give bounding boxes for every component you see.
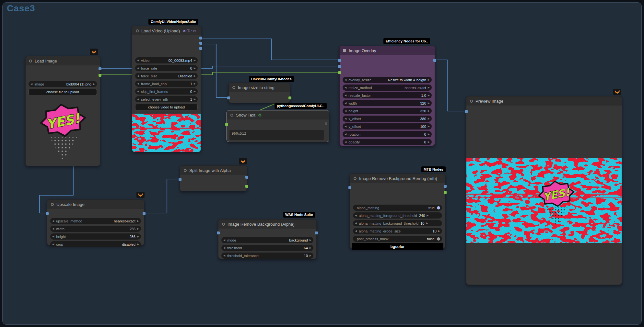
widget-alpha-matting-background-threshold[interactable]: ◀ alpha_matting_background_threshold 10 … [353,220,442,226]
decrement-arrow-icon[interactable]: ◀ [30,83,32,85]
image-output-slot[interactable] [99,67,101,70]
image-input-slot[interactable] [179,178,181,181]
widget-skip-first-frames[interactable]: ◀ skip_first_frames 0 ▶ [135,88,198,95]
node-image-remove-background-alpha[interactable]: Image Remove Background (Alpha) ◀ mode b… [218,219,317,259]
node-image-size-to-string[interactable]: Image size to string [228,83,290,103]
node-upscale-image[interactable]: Upscale Image ◀ upscale_method nearest-e… [47,199,144,245]
image-input-slot[interactable] [227,96,230,99]
increment-arrow-icon[interactable]: ▶ [194,75,196,77]
mask-output-slot[interactable] [99,74,101,77]
collapse-dot-icon[interactable] [232,86,235,89]
widget-mode[interactable]: ◀ mode background ▶ [221,237,313,243]
collapse-dot-icon[interactable] [184,169,187,172]
image-output-slot[interactable] [444,185,447,188]
image-input-slot[interactable] [348,186,351,189]
node-load-video[interactable]: Load Video (Upload) ☻ⓘ◔⊘ ◀ video 00_0005… [132,26,201,152]
widget-force-size[interactable]: ◀ force_size Disabled ▶ [135,73,198,79]
collapse-dot-icon[interactable] [230,114,233,117]
optional-mask-input-slot[interactable] [338,71,341,74]
decrement-arrow-icon[interactable]: ◀ [137,67,139,70]
node-image-remove-background-rembg[interactable]: Image Remove Background Rembg (mtb) alph… [350,174,445,249]
decrement-arrow-icon[interactable]: ◀ [345,94,346,97]
increment-arrow-icon[interactable]: ▶ [427,214,428,217]
decrement-arrow-icon[interactable]: ◀ [137,90,139,93]
decrement-arrow-icon[interactable]: ◀ [223,239,225,242]
widget-width[interactable]: ◀ width 256 ▶ [50,226,141,232]
collapse-dot-icon[interactable] [29,60,32,62]
decrement-arrow-icon[interactable]: ◀ [345,118,346,120]
widget-x-offset[interactable]: ◀ x_offset 380 ▶ [343,116,432,122]
decrement-arrow-icon[interactable]: ◀ [345,86,346,89]
collapse-dot-icon[interactable] [470,100,473,103]
decrement-arrow-icon[interactable]: ◀ [137,59,139,62]
increment-arrow-icon[interactable]: ▶ [310,247,311,249]
increment-arrow-icon[interactable]: ▶ [428,86,430,89]
image-output-slot[interactable] [315,231,318,234]
increment-arrow-icon[interactable]: ▶ [426,222,428,225]
increment-arrow-icon[interactable]: ▶ [137,220,139,222]
widget-image[interactable]: ◀ image blob004 (1).png ▶ [29,81,97,87]
widget-height[interactable]: ◀ height 320 ▶ [343,108,432,114]
widget-threshold-tolerance[interactable]: ◀ threshold_tolerance 10 ▶ [221,253,313,259]
decrement-arrow-icon[interactable]: ◀ [345,79,346,81]
increment-arrow-icon[interactable]: ▶ [428,79,430,81]
text-output-area[interactable]: 960x512 [229,130,324,140]
overlay-image-input-slot[interactable] [338,65,341,68]
alpha-output-slot[interactable] [245,185,248,188]
increment-arrow-icon[interactable]: ▶ [137,243,139,246]
decrement-arrow-icon[interactable]: ◀ [345,110,346,112]
node-header[interactable]: Image Overlay [340,46,435,55]
collapse-square-icon[interactable] [343,49,346,52]
decrement-arrow-icon[interactable]: ◀ [52,243,54,246]
widget-alpha-matting-foreground-threshold[interactable]: ◀ alpha_matting_foreground_threshold 240… [353,212,442,219]
increment-arrow-icon[interactable]: ▶ [194,90,196,93]
choose-file-button[interactable]: choose file to upload [29,89,97,95]
decrement-arrow-icon[interactable]: ◀ [355,214,357,217]
choose-video-button[interactable]: choose video to upload [135,104,198,110]
node-header[interactable]: Show Text ♻ [227,110,329,119]
increment-arrow-icon[interactable]: ▶ [428,118,430,120]
widget-video[interactable]: ◀ video 00_00053.mp4 ▶ [135,57,198,63]
node-image-overlay[interactable]: Image Overlay ◀ overlay_resize Resize to… [339,46,435,146]
node-header[interactable]: Image size to string [229,83,290,92]
increment-arrow-icon[interactable]: ▶ [194,98,196,101]
mask-output-slot[interactable] [444,191,447,194]
node-preview-image[interactable]: Preview Image [466,96,622,285]
decrement-arrow-icon[interactable]: ◀ [137,75,139,77]
image-output-slot[interactable] [245,176,248,179]
image-output-slot[interactable] [199,37,202,39]
widget-rescale-factor[interactable]: ◀ rescale_factor 1.0 ▶ [343,92,432,98]
widget-height[interactable]: ◀ height 256 ▶ [50,233,141,240]
widget-upscale-method[interactable]: ◀ upscale_method nearest-exact ▶ [50,218,141,224]
drag-handle-icon[interactable]: ⠿ [325,122,327,126]
image-input-slot[interactable] [217,231,220,234]
increment-arrow-icon[interactable]: ▶ [93,83,95,85]
node-header[interactable]: Load Video (Upload) ☻ⓘ◔⊘ [132,26,201,35]
node-header[interactable]: Preview Image [466,96,622,106]
bgcolor-button[interactable]: bgcolor [352,243,443,250]
widget-rotation[interactable]: ◀ rotation 0 ▶ [343,131,432,137]
increment-arrow-icon[interactable]: ▶ [194,83,196,85]
widget-force-rate[interactable]: ◀ force_rate 0 ▶ [135,65,198,71]
collapse-dot-icon[interactable] [51,203,54,206]
widget-crop[interactable]: ◀ crop disabled ▶ [50,241,141,247]
increment-arrow-icon[interactable]: ▶ [428,125,430,128]
image-input-slot[interactable] [465,110,468,113]
decrement-arrow-icon[interactable]: ◀ [355,230,357,232]
image-output-slot[interactable] [433,59,436,62]
toggle-off-dot[interactable] [437,237,440,241]
node-header[interactable]: Load Image [26,56,100,65]
increment-arrow-icon[interactable]: ▶ [428,94,430,97]
collapse-dot-icon[interactable] [136,29,139,32]
base-image-input-slot[interactable] [338,59,341,62]
collapse-dot-icon[interactable] [222,223,225,226]
widget-alpha-matting-erode-size[interactable]: ◀ alpha_matting_erode_size 10 ▶ [353,228,442,234]
collapse-dot-icon[interactable] [354,177,357,180]
node-split-image-with-alpha[interactable]: Split Image with Alpha [180,165,247,191]
increment-arrow-icon[interactable]: ▶ [194,59,196,62]
decrement-arrow-icon[interactable]: ◀ [137,98,139,101]
increment-arrow-icon[interactable]: ▶ [310,254,311,257]
decrement-arrow-icon[interactable]: ◀ [345,125,346,128]
widget-threshold[interactable]: ◀ threshold 64 ▶ [221,245,313,251]
decrement-arrow-icon[interactable]: ◀ [52,235,54,238]
